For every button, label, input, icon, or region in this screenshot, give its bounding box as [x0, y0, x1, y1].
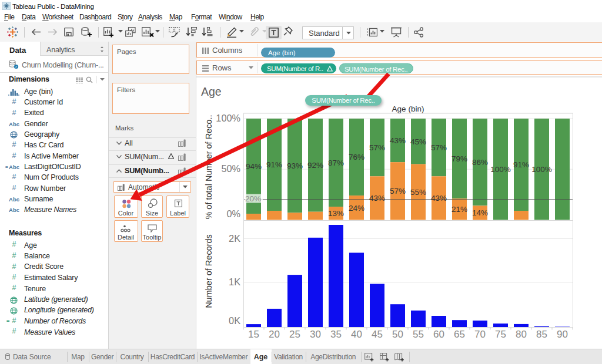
svg-text:43%: 43% [431, 194, 447, 203]
svg-text:100%: 100% [216, 113, 240, 123]
svg-text:75: 75 [495, 329, 506, 340]
svg-text:50%: 50% [221, 163, 240, 174]
svg-text:43%: 43% [390, 136, 406, 145]
svg-text:94%: 94% [246, 162, 262, 171]
svg-text:57%: 57% [390, 187, 406, 196]
svg-text:92%: 92% [307, 161, 323, 170]
svg-text:80: 80 [516, 329, 527, 340]
svg-text:55: 55 [413, 329, 424, 340]
svg-text:30: 30 [310, 329, 321, 340]
svg-text:45: 45 [372, 329, 383, 340]
svg-text:57%: 57% [431, 143, 447, 152]
svg-text:Age (bin): Age (bin) [392, 105, 424, 113]
svg-text:Number of Records: Number of Records [204, 234, 213, 308]
svg-text:57%: 57% [369, 143, 385, 152]
svg-text:50: 50 [392, 329, 403, 340]
svg-text:85: 85 [536, 329, 547, 340]
svg-text:0K: 0K [229, 315, 240, 326]
svg-text:15: 15 [248, 329, 259, 340]
svg-text:2K: 2K [229, 233, 240, 244]
svg-text:86%: 86% [472, 158, 488, 167]
svg-text:70: 70 [474, 329, 486, 340]
svg-text:25: 25 [289, 329, 300, 340]
svg-text:1K: 1K [229, 277, 240, 287]
svg-text:87%: 87% [328, 159, 344, 167]
svg-text:35: 35 [330, 329, 342, 340]
svg-text:% of total Number of Reco..: % of total Number of Reco.. [204, 114, 213, 219]
svg-text:24%: 24% [349, 204, 364, 213]
svg-text:45%: 45% [410, 137, 426, 146]
svg-text:91%: 91% [513, 160, 529, 169]
svg-text:20: 20 [269, 329, 280, 340]
svg-text:65: 65 [454, 329, 465, 340]
svg-text:91%: 91% [266, 160, 282, 169]
svg-text:21%: 21% [452, 205, 467, 214]
svg-text:0%: 0% [226, 208, 240, 219]
svg-text:13%: 13% [328, 209, 344, 218]
svg-text:40: 40 [351, 329, 362, 340]
svg-text:76%: 76% [349, 153, 364, 161]
svg-text:100%: 100% [531, 165, 552, 174]
svg-text:60: 60 [433, 329, 444, 340]
svg-text:14%: 14% [472, 208, 488, 217]
svg-text:93%: 93% [287, 161, 303, 170]
svg-text:100%: 100% [490, 165, 511, 174]
svg-text:79%: 79% [452, 154, 467, 163]
svg-text:43%: 43% [369, 194, 385, 203]
svg-text:20%: 20% [245, 194, 261, 203]
svg-text:90: 90 [557, 329, 568, 340]
svg-text:55%: 55% [410, 188, 426, 197]
